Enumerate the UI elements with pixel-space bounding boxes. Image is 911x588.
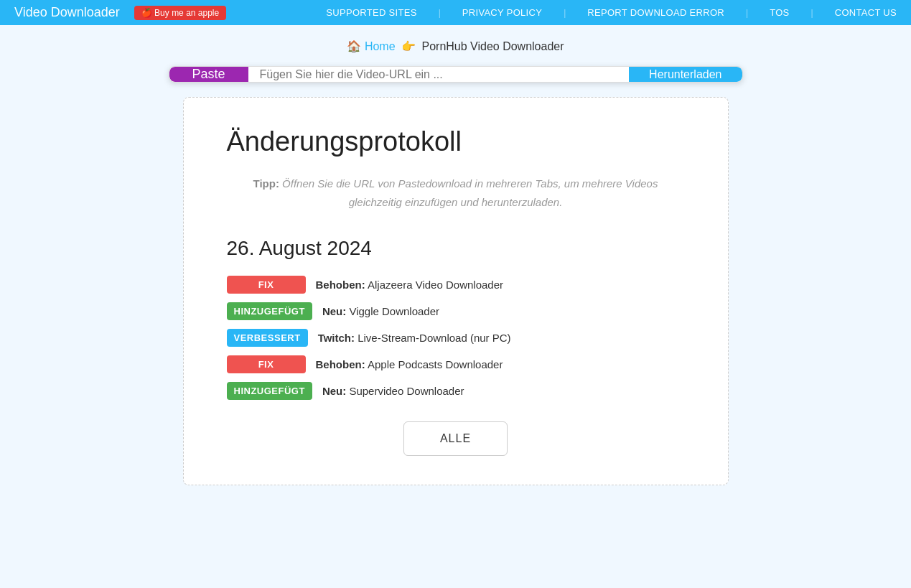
badge-added-1: HINZUGEFÜGT [227,302,312,320]
buy-me-apple-button[interactable]: 🍎 Buy me an apple [134,6,226,20]
changelog-tip: Tipp: Öffnen Sie die URL von Pastedownlo… [227,174,685,211]
changelog-entry-3: VERBESSERT Twitch: Live-Stream-Download … [227,329,685,347]
badge-added-2: HINZUGEFÜGT [227,382,312,400]
changelog-entries: FIX Behoben: Aljazeera Video Downloader … [227,276,685,400]
entry-desc-5: Supervideo Downloader [346,385,464,397]
home-link[interactable]: Home [365,40,396,52]
nav-contact-us[interactable]: CONTACT US [835,7,897,18]
url-input[interactable] [248,67,630,82]
entry-bold-3: Twitch: [318,332,355,344]
nav-separator-4: | [811,8,813,18]
nav-privacy-policy[interactable]: PRIVACY POLICY [462,7,542,18]
entry-text-4: Behoben: Apple Podcasts Downloader [316,358,503,370]
breadcrumb: 🏠 Home 👉 PornHub Video Downloader [11,39,900,53]
tip-text: Öffnen Sie die URL von Pastedownload in … [282,177,658,208]
changelog-title: Änderungsprotokoll [227,126,685,157]
entry-text-2: Neu: Viggle Downloader [322,305,439,317]
breadcrumb-separator: 👉 [401,40,416,52]
search-bar-wrapper: Paste Herunterladen [11,66,900,83]
changelog-entry-5: HINZUGEFÜGT Neu: Supervideo Downloader [227,382,685,400]
alle-btn-wrapper: ALLE [227,421,685,456]
brand-link[interactable]: Video Downloader [14,5,120,20]
entry-desc-3: Live-Stream-Download (nur PC) [355,332,511,344]
nav-separator-3: | [746,8,748,18]
nav-tos[interactable]: TOS [770,7,789,18]
nav-supported-sites[interactable]: SUPPORTED SITES [326,7,416,18]
entry-bold-4: Behoben: [316,358,365,370]
changelog-date: 26. August 2024 [227,237,685,260]
entry-text-3: Twitch: Live-Stream-Download (nur PC) [318,332,511,344]
changelog-entry-2: HINZUGEFÜGT Neu: Viggle Downloader [227,302,685,320]
entry-text-1: Behoben: Aljazeera Video Downloader [316,279,504,291]
header: Video Downloader 🍎 Buy me an apple SUPPO… [0,0,911,25]
search-bar: Paste Herunterladen [169,66,743,83]
entry-bold-2: Neu: [322,305,346,317]
main-content: 🏠 Home 👉 PornHub Video Downloader Paste … [0,25,911,500]
entry-desc-4: Apple Podcasts Downloader [365,358,503,370]
alle-button[interactable]: ALLE [403,421,508,456]
entry-desc-1: Aljazeera Video Downloader [365,279,503,291]
download-button[interactable]: Herunterladen [629,67,742,82]
badge-improved-1: VERBESSERT [227,329,308,347]
changelog-entry-4: FIX Behoben: Apple Podcasts Downloader [227,355,685,373]
entry-text-5: Neu: Supervideo Downloader [322,385,464,397]
changelog-entry-1: FIX Behoben: Aljazeera Video Downloader [227,276,685,294]
entry-desc-2: Viggle Downloader [346,305,439,317]
entry-bold-1: Behoben: [316,279,365,291]
nav-report-error[interactable]: REPORT DOWNLOAD ERROR [587,7,724,18]
nav-separator-1: | [439,8,441,18]
changelog-card: Änderungsprotokoll Tipp: Öffnen Sie die … [183,97,729,485]
home-icon: 🏠 [347,40,361,52]
main-nav: SUPPORTED SITES | PRIVACY POLICY | REPOR… [326,7,897,18]
entry-bold-5: Neu: [322,385,346,397]
paste-button[interactable]: Paste [169,67,248,82]
tip-label: Tipp: [253,177,279,190]
badge-fix-2: FIX [227,355,306,373]
breadcrumb-current: PornHub Video Downloader [421,40,564,52]
nav-separator-2: | [564,8,566,18]
badge-fix-1: FIX [227,276,306,294]
